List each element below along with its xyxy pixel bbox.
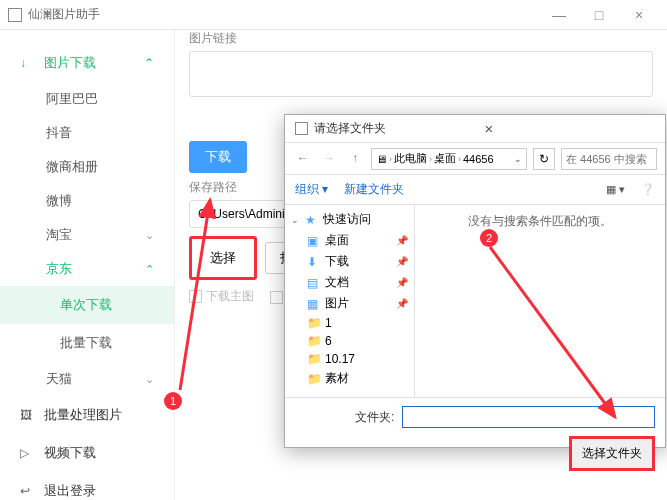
group-label: 图片下载 xyxy=(44,54,144,72)
dialog-toolbar: 组织 ▾ 新建文件夹 ▦ ▾ ❔ xyxy=(285,175,665,205)
tree-quick-access[interactable]: ⌄★快速访问 xyxy=(285,209,414,230)
crumb-folder[interactable]: 44656 xyxy=(463,153,494,165)
new-folder-button[interactable]: 新建文件夹 xyxy=(344,181,404,198)
tree-downloads[interactable]: ⬇下载📌 xyxy=(285,251,414,272)
dialog-footer: 文件夹: 选择文件夹 xyxy=(285,397,665,479)
group-label: 退出登录 xyxy=(44,482,154,500)
group-batch-process[interactable]: 🖼 批量处理图片 xyxy=(0,396,174,434)
sidebar-item-taobao[interactable]: 淘宝⌄ xyxy=(0,218,174,252)
app-title: 仙澜图片助手 xyxy=(28,6,539,23)
folder-name-input[interactable] xyxy=(402,406,655,428)
refresh-button[interactable]: ↻ xyxy=(533,148,555,170)
tree-desktop[interactable]: ▣桌面📌 xyxy=(285,230,414,251)
sidebar-item-tmall[interactable]: 天猫⌄ xyxy=(0,362,174,396)
download-button[interactable]: 下载 xyxy=(189,141,247,173)
organize-button[interactable]: 组织 ▾ xyxy=(295,181,328,198)
image-icon: 🖼 xyxy=(20,408,36,422)
group-label: 批量处理图片 xyxy=(44,406,154,424)
pc-icon: 🖥 xyxy=(376,153,387,165)
sidebar-item-weibo[interactable]: 微博 xyxy=(0,184,174,218)
folder-tree: ⌄★快速访问 ▣桌面📌 ⬇下载📌 ▤文档📌 ▦图片📌 📁1 📁6 📁10.17 … xyxy=(285,205,415,397)
group-logout[interactable]: ↩ 退出登录 xyxy=(0,472,174,500)
search-input[interactable] xyxy=(561,148,657,170)
sidebar: ↓ 图片下载 ⌃ 阿里巴巴 抖音 微商相册 微博 淘宝⌄ 京东⌃ 单次下载 批量… xyxy=(0,30,175,500)
nav-back-button[interactable]: ← xyxy=(293,149,313,169)
tree-folder-material[interactable]: 📁素材 xyxy=(285,368,414,389)
group-image-download[interactable]: ↓ 图片下载 ⌃ xyxy=(0,44,174,82)
app-icon xyxy=(8,8,22,22)
sidebar-item-weishang[interactable]: 微商相册 xyxy=(0,150,174,184)
tree-folder-6[interactable]: 📁6 xyxy=(285,332,414,350)
sidebar-item-douyin[interactable]: 抖音 xyxy=(0,116,174,150)
folder-picker-dialog: 请选择文件夹 × ← → ↑ 🖥 › 此电脑 › 桌面 › 44656 ⌄ ↻ … xyxy=(284,114,666,448)
dialog-icon xyxy=(295,122,308,135)
chevron-up-icon: ⌃ xyxy=(144,56,154,70)
checkbox-main-image[interactable]: 下载主图 xyxy=(189,288,254,305)
chevron-down-icon: ⌄ xyxy=(145,373,154,386)
title-bar: 仙澜图片助手 — □ × xyxy=(0,0,667,30)
sidebar-sub-batch[interactable]: 批量下载 xyxy=(0,324,174,362)
breadcrumb[interactable]: 🖥 › 此电脑 › 桌面 › 44656 ⌄ xyxy=(371,148,527,170)
crumb-dropdown-icon[interactable]: ⌄ xyxy=(514,154,522,164)
dialog-title: 请选择文件夹 xyxy=(314,120,485,137)
dialog-close-button[interactable]: × xyxy=(485,120,656,137)
empty-message: 没有与搜索条件匹配的项。 xyxy=(423,213,657,230)
download-icon: ↓ xyxy=(20,56,36,70)
tree-documents[interactable]: ▤文档📌 xyxy=(285,272,414,293)
nav-up-button[interactable]: ↑ xyxy=(345,149,365,169)
crumb-pc[interactable]: 此电脑 xyxy=(394,151,427,166)
folder-field-label: 文件夹: xyxy=(355,409,394,426)
dialog-titlebar: 请选择文件夹 × xyxy=(285,115,665,143)
help-button[interactable]: ❔ xyxy=(641,183,655,196)
select-folder-button[interactable]: 选择文件夹 xyxy=(569,436,655,471)
sidebar-item-jd[interactable]: 京东⌃ xyxy=(0,252,174,286)
file-list: 没有与搜索条件匹配的项。 xyxy=(415,205,665,397)
minimize-button[interactable]: — xyxy=(539,7,579,23)
crumb-desktop[interactable]: 桌面 xyxy=(434,151,456,166)
video-icon: ▷ xyxy=(20,446,36,460)
chevron-up-icon: ⌃ xyxy=(145,263,154,276)
tree-folder-1[interactable]: 📁1 xyxy=(285,314,414,332)
dialog-nav: ← → ↑ 🖥 › 此电脑 › 桌面 › 44656 ⌄ ↻ xyxy=(285,143,665,175)
link-label: 图片链接 xyxy=(189,30,653,47)
link-input[interactable] xyxy=(189,51,653,97)
tree-folder-1017[interactable]: 📁10.17 xyxy=(285,350,414,368)
chevron-down-icon: ⌄ xyxy=(145,229,154,242)
close-button[interactable]: × xyxy=(619,7,659,23)
tree-pictures[interactable]: ▦图片📌 xyxy=(285,293,414,314)
nav-forward-button[interactable]: → xyxy=(319,149,339,169)
maximize-button[interactable]: □ xyxy=(579,7,619,23)
sidebar-sub-single[interactable]: 单次下载 xyxy=(0,286,174,324)
sidebar-item-alibaba[interactable]: 阿里巴巴 xyxy=(0,82,174,116)
tree-wps[interactable]: ›☁WPS云盘 xyxy=(285,395,414,397)
group-video-download[interactable]: ▷ 视频下载 xyxy=(0,434,174,472)
view-button[interactable]: ▦ ▾ xyxy=(606,183,625,196)
group-label: 视频下载 xyxy=(44,444,154,462)
logout-icon: ↩ xyxy=(20,484,36,498)
select-path-button[interactable]: 选择 xyxy=(189,236,257,280)
